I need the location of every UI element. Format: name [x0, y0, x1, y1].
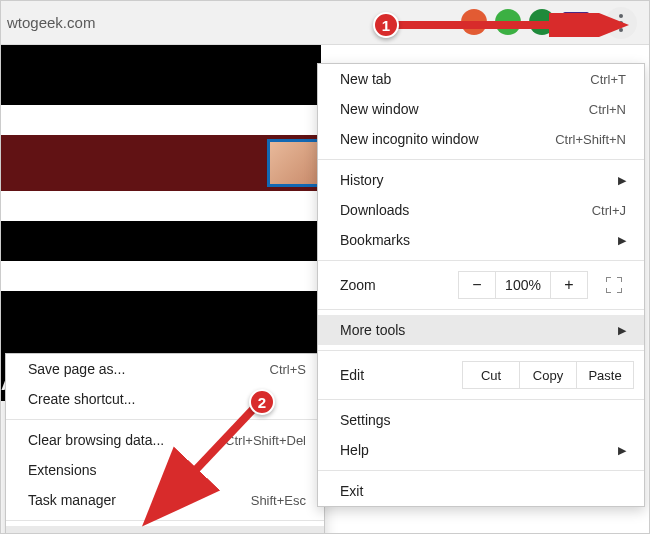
chevron-right-icon: ▶ — [618, 234, 626, 247]
extension-icon[interactable] — [529, 9, 555, 35]
kebab-dot-icon — [619, 14, 623, 18]
more-tools-submenu: Save page as...Ctrl+S Create shortcut...… — [5, 353, 325, 534]
chevron-right-icon: ▶ — [618, 444, 626, 457]
kebab-dot-icon — [619, 21, 623, 25]
menu-separator — [318, 260, 644, 261]
menu-item-more-tools[interactable]: More tools▶ — [318, 315, 644, 345]
callout-badge-2: 2 — [249, 389, 275, 415]
menu-separator — [318, 470, 644, 471]
menu-separator — [318, 159, 644, 160]
article-thumbnail — [267, 139, 321, 187]
extension-icon[interactable] — [495, 9, 521, 35]
edit-paste-button[interactable]: Paste — [576, 361, 634, 389]
menu-item-zoom: Zoom − 100% + — [318, 266, 644, 304]
kebab-dot-icon — [619, 28, 623, 32]
zoom-value: 100% — [495, 271, 551, 299]
chrome-menu-button[interactable] — [605, 7, 637, 39]
chrome-main-menu: New tabCtrl+T New windowCtrl+N New incog… — [317, 63, 645, 507]
menu-item-exit[interactable]: Exit — [318, 476, 644, 506]
menu-item-new-window[interactable]: New windowCtrl+N — [318, 94, 644, 124]
edit-cut-button[interactable]: Cut — [462, 361, 520, 389]
url-text: wtogeek.com — [1, 14, 95, 31]
menu-item-new-incognito[interactable]: New incognito windowCtrl+Shift+N — [318, 124, 644, 154]
menu-item-downloads[interactable]: DownloadsCtrl+J — [318, 195, 644, 225]
zoom-out-button[interactable]: − — [458, 271, 496, 299]
extension-badge[interactable]: 8 — [563, 12, 589, 32]
menu-item-new-tab[interactable]: New tabCtrl+T — [318, 64, 644, 94]
menu-item-help[interactable]: Help▶ — [318, 435, 644, 465]
menu-separator — [318, 399, 644, 400]
submenu-item-create-shortcut[interactable]: Create shortcut... — [6, 384, 324, 414]
zoom-in-button[interactable]: + — [550, 271, 588, 299]
submenu-item-clear-data[interactable]: Clear browsing data...Ctrl+Shift+Del — [6, 425, 324, 455]
callout-badge-1: 1 — [373, 12, 399, 38]
submenu-item-developer-tools[interactable]: Developer toolsCtrl+Shift+I — [6, 526, 324, 534]
menu-item-settings[interactable]: Settings — [318, 405, 644, 435]
chevron-right-icon: ▶ — [618, 174, 626, 187]
submenu-item-save-page[interactable]: Save page as...Ctrl+S — [6, 354, 324, 384]
submenu-item-extensions[interactable]: Extensions — [6, 455, 324, 485]
menu-separator — [6, 520, 324, 521]
chevron-right-icon: ▶ — [618, 324, 626, 337]
menu-item-bookmarks[interactable]: Bookmarks▶ — [318, 225, 644, 255]
menu-separator — [318, 350, 644, 351]
menu-item-edit: Edit Cut Copy Paste — [318, 356, 644, 394]
edit-copy-button[interactable]: Copy — [519, 361, 577, 389]
menu-item-history[interactable]: History▶ — [318, 165, 644, 195]
extension-icon[interactable] — [461, 9, 487, 35]
fullscreen-icon — [606, 277, 622, 293]
extension-icons: 8 — [461, 9, 589, 35]
submenu-item-task-manager[interactable]: Task managerShift+Esc — [6, 485, 324, 515]
fullscreen-button[interactable] — [594, 271, 634, 299]
address-bar: wtogeek.com 8 — [1, 1, 649, 45]
menu-separator — [318, 309, 644, 310]
menu-separator — [6, 419, 324, 420]
